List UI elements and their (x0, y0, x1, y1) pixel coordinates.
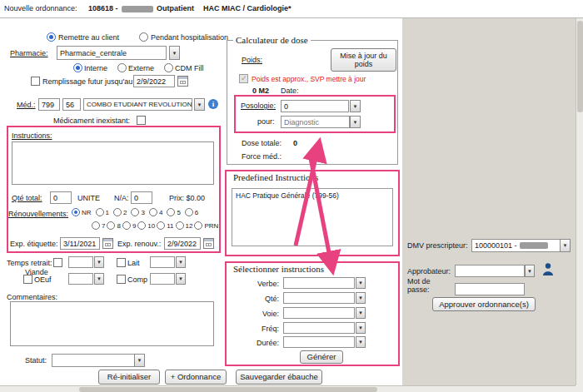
dmv-dropdown-button[interactable] (560, 239, 571, 252)
approbateur-label: Approbateur: (407, 267, 451, 276)
dmv-prescripteur-label: DMV prescripteur: (407, 241, 468, 251)
prescriber-name-redacted (520, 242, 548, 249)
dmv-value: 100000101 - (475, 241, 517, 250)
approval-section: DMV prescripteur: 100000101 - Approbateu… (0, 0, 583, 392)
approbateur-dropdown-button[interactable] (525, 265, 535, 277)
new-order-window: Nouvelle ordonnance: 108618 - Outpatient… (0, 0, 583, 392)
approbateur-input[interactable] (455, 265, 525, 277)
dmv-select[interactable]: 100000101 - (471, 239, 561, 252)
person-icon[interactable] (542, 262, 554, 278)
approuver-ordonnances-button[interactable]: Approuver ordonnance(s) (432, 297, 536, 311)
mot-de-passe-input[interactable] (455, 283, 525, 295)
mot-de-passe-label-line2: passe: (407, 285, 430, 295)
